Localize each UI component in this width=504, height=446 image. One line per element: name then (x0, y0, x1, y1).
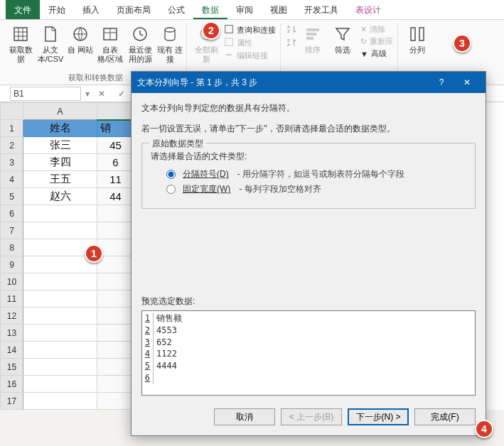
row-head-13[interactable]: 13 (1, 325, 23, 342)
cell-B15[interactable] (97, 359, 134, 376)
row-head-8[interactable]: 8 (1, 239, 23, 256)
row-head-14[interactable]: 14 (1, 342, 23, 359)
row-head-15[interactable]: 15 (1, 359, 23, 376)
dialog-close-button[interactable]: ✕ (454, 72, 480, 93)
row-head-3[interactable]: 3 (1, 154, 23, 171)
radio-delimited[interactable] (166, 170, 176, 179)
col-head-B[interactable] (97, 103, 134, 120)
btn-filter[interactable]: 筛选 (328, 23, 358, 60)
cell-B14[interactable] (97, 342, 134, 359)
fb-cancel[interactable]: ✕ (94, 89, 109, 99)
btn-clear[interactable]: ✕清除 (360, 24, 393, 35)
cell-B16[interactable] (97, 376, 134, 393)
btn-back[interactable]: < 上一步(B) (281, 408, 342, 425)
svg-rect-12 (306, 33, 316, 36)
cell-B1[interactable]: 销 (97, 120, 134, 137)
lbl-reapply: 重新应 (370, 36, 393, 47)
btn-next[interactable]: 下一步(N) > (348, 408, 409, 425)
cell-B11[interactable] (97, 290, 134, 308)
btn-edit-links[interactable]: 编辑链接 (224, 50, 276, 61)
btn-from-table[interactable]: 自表 格/区域 (95, 23, 125, 65)
cell-A12[interactable] (23, 308, 97, 325)
cell-B6[interactable] (97, 205, 134, 222)
sheet-table[interactable]: A 1 姓名 销 2张三45 3李四6 4王五11 5赵六44 6 7 8 9 … (0, 102, 134, 410)
cell-A15[interactable] (23, 359, 97, 376)
cell-A2[interactable]: 张三 (23, 137, 97, 154)
radio-fixed-width[interactable] (166, 185, 176, 194)
cell-B2[interactable]: 45 (97, 137, 134, 154)
tab-view[interactable]: 视图 (262, 0, 296, 19)
btn-advanced[interactable]: ▼高级 (360, 48, 393, 59)
sort-icon (303, 24, 323, 44)
cell-B3[interactable]: 6 (97, 154, 134, 171)
tab-review[interactable]: 审阅 (227, 0, 262, 19)
cell-A13[interactable] (23, 325, 97, 342)
cell-A10[interactable] (23, 273, 97, 290)
radio-delimited-row[interactable]: 分隔符号(D) - 用分隔字符，如逗号或制表符分隔每个字段 (166, 168, 466, 180)
cell-A14[interactable] (23, 342, 97, 359)
radio-fixedwidth-row[interactable]: 固定宽度(W) - 每列字段加空格对齐 (166, 183, 466, 195)
btn-properties[interactable]: 属性 (224, 37, 276, 48)
dialog-titlebar[interactable]: 文本分列向导 - 第 1 步，共 3 步 ? ✕ (132, 72, 486, 93)
cell-B4[interactable]: 11 (97, 171, 134, 188)
select-all-corner[interactable] (1, 103, 23, 120)
cell-A3[interactable]: 李四 (23, 154, 97, 171)
cell-A16[interactable] (23, 376, 97, 393)
cell-A1[interactable]: 姓名 (23, 120, 97, 137)
tab-file[interactable]: 文件 (6, 0, 40, 19)
lbl-from-table: 自表 格/区域 (97, 45, 124, 64)
row-head-6[interactable]: 6 (1, 205, 23, 222)
btn-from-csv[interactable]: 从文 本/CSV (36, 23, 65, 65)
cell-A4[interactable]: 王五 (23, 171, 97, 188)
row-head-5[interactable]: 5 (1, 188, 23, 205)
cell-B12[interactable] (97, 308, 134, 325)
btn-get-data[interactable]: 获取数 据 (6, 23, 36, 65)
cell-B7[interactable] (97, 222, 134, 239)
cell-A6[interactable] (23, 205, 97, 222)
row-head-16[interactable]: 16 (1, 376, 23, 393)
row-head-12[interactable]: 12 (1, 308, 23, 325)
btn-sort-asc[interactable]: AZ (286, 24, 296, 36)
row-head-11[interactable]: 11 (1, 290, 23, 308)
row-head-1[interactable]: 1 (1, 120, 23, 137)
btn-queries-conn[interactable]: 查询和连接 (224, 24, 276, 36)
name-box[interactable] (10, 87, 81, 101)
btn-finish[interactable]: 完成(F) (414, 408, 476, 425)
lbl-clear: 清除 (370, 24, 385, 35)
btn-reapply[interactable]: ↻重新应 (360, 36, 393, 47)
row-head-4[interactable]: 4 (1, 171, 23, 188)
svg-text:Z: Z (287, 28, 290, 33)
cell-B13[interactable] (97, 325, 134, 342)
btn-recent-src[interactable]: 最近使 用的源 (125, 23, 155, 65)
cell-A17[interactable] (23, 393, 97, 410)
col-head-A[interactable]: A (23, 103, 97, 120)
tab-data[interactable]: 数据 (193, 0, 227, 19)
cell-A5[interactable]: 赵六 (23, 188, 97, 205)
tab-pagelayout[interactable]: 页面布局 (108, 0, 159, 19)
btn-sort-desc[interactable]: ZA (286, 38, 296, 50)
cell-A7[interactable] (23, 222, 97, 239)
cell-A11[interactable] (23, 290, 97, 308)
tab-home[interactable]: 开始 (40, 0, 74, 19)
tab-tabledesign[interactable]: 表设计 (347, 0, 390, 19)
preview-box[interactable]: 1销售额 24553 3652 41122 54444 6 (141, 310, 476, 396)
dialog-help-button[interactable]: ? (429, 72, 454, 93)
row-head-2[interactable]: 2 (1, 137, 23, 154)
cell-B10[interactable] (97, 273, 134, 290)
row-head-7[interactable]: 7 (1, 222, 23, 239)
cell-B5[interactable]: 44 (97, 188, 134, 205)
btn-exist-conn[interactable]: 现有 连接 (155, 23, 185, 65)
row-head-10[interactable]: 10 (1, 273, 23, 290)
fb-enter[interactable]: ✓ (114, 89, 129, 99)
btn-from-web[interactable]: 自 网站 (65, 23, 95, 65)
row-head-9[interactable]: 9 (1, 256, 23, 273)
btn-text-to-columns[interactable]: 分列 (402, 23, 432, 56)
cell-B17[interactable] (97, 393, 134, 410)
tab-insert[interactable]: 插入 (74, 0, 108, 19)
row-head-17[interactable]: 17 (1, 393, 23, 410)
tab-devtools[interactable]: 开发工具 (296, 0, 347, 19)
btn-sort[interactable]: 排序 (298, 23, 328, 60)
btn-cancel[interactable]: 取消 (214, 408, 275, 425)
cell-B9[interactable] (97, 256, 134, 273)
tab-formulas[interactable]: 公式 (159, 0, 193, 19)
